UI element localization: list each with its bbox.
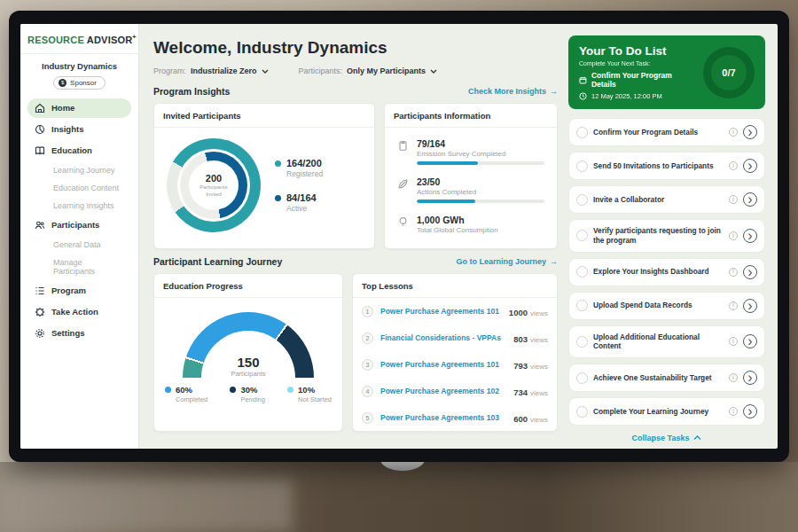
chevron-down-icon — [262, 69, 269, 74]
program-icon — [35, 286, 45, 296]
sidebar-item-label: Insights — [51, 124, 83, 134]
lesson-rank: 3 — [362, 359, 373, 371]
info-icon[interactable]: i — [729, 301, 738, 310]
legend-dot — [275, 195, 281, 201]
sidebar-item-label: Take Action — [51, 307, 98, 317]
sidebar-item-general-data[interactable]: General Data — [27, 237, 131, 253]
todo-datetime: 12 May 2025, 12:00 PM — [591, 92, 662, 100]
program-filter[interactable]: Program: Industrialize Zero — [153, 66, 269, 75]
sidebar-item-manage-participants[interactable]: Manage Participants — [27, 254, 131, 279]
sidebar-item-education[interactable]: Education — [27, 141, 131, 160]
legend-item-completed: 60% Completed — [165, 385, 207, 403]
legend-dot — [287, 387, 293, 393]
go-to-learning-journey-link[interactable]: Go to Learning Journey → — [456, 257, 558, 266]
sidebar-item-insights[interactable]: Insights — [27, 120, 131, 139]
lesson-views: 793 — [513, 361, 528, 371]
task-open-button[interactable]: › — [743, 299, 757, 313]
sidebar-item-learning-journey[interactable]: Learning Journey — [27, 162, 131, 178]
progress-bar-fill — [417, 200, 475, 203]
task-row: Explore Your Insights Dashboard i › — [568, 258, 765, 286]
task-checkbox[interactable] — [576, 406, 588, 418]
info-icon[interactable]: i — [729, 195, 738, 204]
lesson-link[interactable]: Financial Considerations - VPPAs — [380, 333, 506, 342]
sponsor-badge: $ Sponsor — [53, 76, 106, 90]
task-open-button[interactable]: › — [743, 404, 757, 419]
legend-item-pending: 30% Pending — [230, 385, 265, 403]
lesson-link[interactable]: Power Purchase Agreements 101 — [380, 360, 506, 369]
sidebar-item-take-action[interactable]: Take Action — [27, 302, 131, 322]
task-open-button[interactable]: › — [743, 229, 757, 243]
donut-center: 200 Participants Invited — [189, 160, 239, 210]
chevron-right-icon: › — [747, 192, 752, 207]
task-label: Explore Your Insights Dashboard — [593, 267, 724, 277]
todo-panel: Your To Do List Complete Your Next Task:… — [568, 35, 765, 449]
task-row: Confirm Your Program Details i › — [568, 118, 765, 146]
task-checkbox[interactable] — [576, 194, 588, 206]
lesson-link[interactable]: Power Purchase Agreements 102 — [380, 387, 506, 395]
calendar-icon — [579, 76, 587, 84]
todo-title: Your To Do List — [579, 44, 698, 58]
legend-value: 10% — [298, 385, 332, 395]
task-checkbox[interactable] — [576, 127, 588, 138]
task-checkbox[interactable] — [576, 372, 588, 384]
sidebar-item-participants[interactable]: Participants — [27, 215, 131, 235]
info-icon[interactable]: i — [729, 161, 738, 170]
gauge-center-value: 150 — [183, 355, 314, 370]
desk-highlight — [0, 479, 293, 532]
legend-value: 164/200 — [286, 158, 323, 168]
task-open-button[interactable]: › — [743, 192, 757, 207]
info-icon[interactable]: i — [729, 268, 738, 277]
task-open-button[interactable]: › — [743, 265, 757, 279]
legend-item-registered: 164/200 Registered — [275, 158, 323, 178]
sidebar-item-settings[interactable]: Settings — [27, 324, 131, 343]
legend-item-active: 84/164 Active — [275, 192, 323, 213]
task-row: Upload Spend Data Records i › — [568, 292, 765, 320]
task-checkbox[interactable] — [576, 336, 588, 348]
participants-information-card: Participants Information 79/164 Emission… — [384, 103, 558, 249]
sidebar-item-program[interactable]: Program — [27, 281, 131, 301]
donut-center-label: Participants Invited — [195, 184, 232, 199]
lesson-link[interactable]: Power Purchase Agreements 101 — [380, 307, 502, 316]
info-icon[interactable]: i — [729, 337, 738, 346]
logo-primary: RESOURCE — [27, 35, 84, 45]
chevron-right-icon: › — [747, 370, 752, 386]
task-open-button[interactable]: › — [743, 371, 757, 385]
check-more-insights-link[interactable]: Check More Insights → — [468, 87, 558, 96]
task-checkbox[interactable] — [576, 266, 588, 278]
insights-icon — [35, 124, 45, 135]
task-open-button[interactable]: › — [743, 125, 757, 139]
actions-icon — [397, 178, 409, 190]
task-open-button[interactable]: › — [743, 159, 757, 173]
donut-center-value: 200 — [206, 173, 222, 184]
participants-filter[interactable]: Participants: Only My Participants — [299, 66, 438, 75]
lesson-link[interactable]: Power Purchase Agreements 103 — [380, 413, 506, 422]
sidebar-item-education-content[interactable]: Education Content — [27, 180, 131, 196]
invited-donut-chart: 200 Participants Invited — [167, 138, 261, 232]
info-icon[interactable]: i — [729, 373, 738, 382]
legend-label: Active — [286, 204, 317, 213]
program-insights-section: Program Insights Check More Insights → — [153, 86, 558, 97]
task-label: Achieve One Sustainability Target — [593, 373, 724, 383]
filter-bar: Program: Industrialize Zero Participants… — [153, 66, 558, 75]
legend-dot — [165, 387, 171, 393]
task-open-button[interactable]: › — [743, 334, 757, 348]
info-icon[interactable]: i — [729, 128, 738, 137]
info-icon[interactable]: i — [729, 231, 738, 240]
task-checkbox[interactable] — [576, 160, 588, 172]
info-icon[interactable]: i — [729, 407, 738, 416]
participants-filter-value: Only My Participants — [347, 66, 426, 75]
link-label: Check More Insights — [468, 87, 546, 96]
sidebar-item-learning-insights[interactable]: Learning Insights — [27, 198, 131, 214]
legend-value: 30% — [240, 385, 265, 395]
sidebar-item-home[interactable]: Home — [27, 98, 131, 118]
lesson-row: 3 Power Purchase Agreements 101 793views — [353, 351, 557, 378]
task-checkbox[interactable] — [576, 230, 588, 241]
dashboard-screen: RESOURCE ADVISOR+ Industry Dynamics $ Sp… — [20, 24, 778, 449]
views-label: views — [530, 363, 548, 371]
task-row: Upload Additional Educational Content i … — [568, 325, 765, 359]
collapse-tasks-link[interactable]: Collapse Tasks — [568, 434, 765, 442]
views-label: views — [530, 389, 548, 397]
stat-total-consumption: 1,000 GWh Total Global Consumption — [397, 215, 544, 238]
task-checkbox[interactable] — [576, 300, 588, 311]
progress-bar-track — [417, 161, 544, 165]
